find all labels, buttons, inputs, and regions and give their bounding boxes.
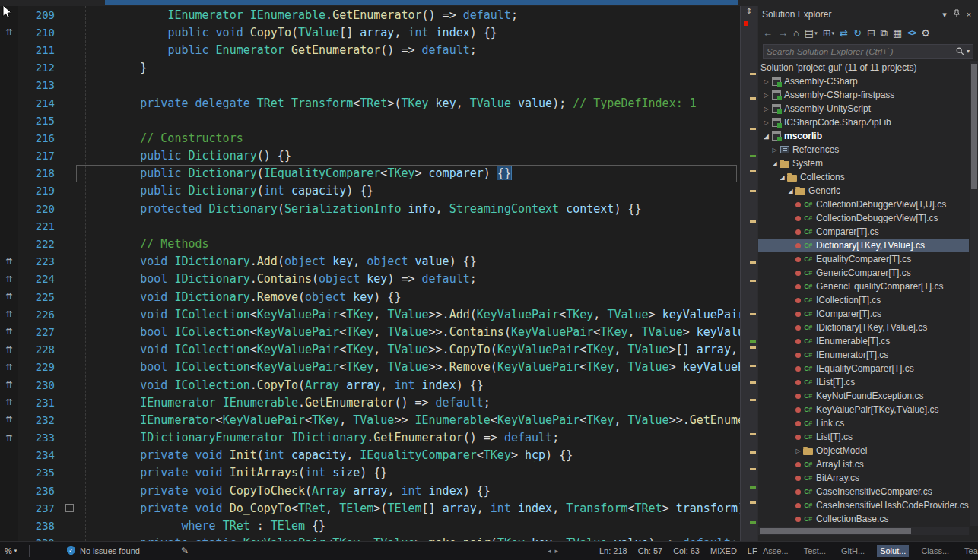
forward-icon[interactable]: → bbox=[778, 28, 788, 38]
switch-views-icon[interactable]: ▤▾ bbox=[805, 28, 818, 38]
code-line[interactable]: 235 private void InitArrays(int size) {} bbox=[0, 464, 740, 482]
code-line[interactable]: 239 private static KeyValuePair<TKey, TV… bbox=[0, 535, 740, 541]
tree-item[interactable]: C#Dictionary[TKey,TValue].cs bbox=[758, 239, 969, 252]
code-line[interactable]: 209 IEnumerator IEnumerable.GetEnumerato… bbox=[0, 6, 740, 24]
implements-arrow-icon[interactable]: ⇈ bbox=[0, 305, 18, 323]
tree-item[interactable]: C#IComparer[T].cs bbox=[758, 307, 969, 321]
code-line[interactable]: ⇈226 void ICollection<KeyValuePair<TKey,… bbox=[0, 305, 740, 323]
glyph-margin[interactable] bbox=[0, 41, 18, 59]
implements-arrow-icon[interactable]: ⇈ bbox=[0, 376, 18, 394]
expander-open-icon[interactable]: ◢ bbox=[770, 160, 779, 167]
code-line[interactable]: ⇈228 void ICollection<KeyValuePair<TKey,… bbox=[0, 341, 740, 359]
tree-vertical-scrollbar[interactable] bbox=[970, 61, 978, 526]
expander-open-icon[interactable]: ◢ bbox=[762, 133, 770, 140]
code-line[interactable]: ⇈224 bool IDictionary.Contains(object ke… bbox=[0, 271, 740, 288]
glyph-margin[interactable] bbox=[0, 535, 18, 541]
panel-tab[interactable]: Solut... bbox=[877, 545, 909, 557]
expander-closed-icon[interactable]: ▷ bbox=[762, 119, 770, 126]
glyph-margin[interactable] bbox=[0, 94, 18, 112]
expander-closed-icon[interactable]: ▷ bbox=[762, 106, 770, 112]
code-line[interactable]: 213 bbox=[0, 77, 740, 94]
tree-item[interactable]: Solution 'project-gui' (11 of 11 project… bbox=[758, 61, 969, 74]
tree-item[interactable]: C#CaseInsensitiveComparer.cs bbox=[758, 485, 969, 498]
show-all-files-icon[interactable]: ▦ bbox=[893, 28, 902, 38]
code-line[interactable]: ⇈223 void IDictionary.Add(object key, ob… bbox=[0, 253, 740, 271]
tree-project[interactable]: ▷Assembly-CSharp bbox=[758, 74, 969, 88]
tree-folder[interactable]: ◢Collections bbox=[758, 170, 969, 184]
glyph-margin[interactable] bbox=[0, 499, 18, 517]
editor-scrollbar[interactable]: ⇕ bbox=[740, 6, 757, 541]
glyph-margin[interactable] bbox=[0, 235, 18, 252]
code-line[interactable]: ⇈233 IDictionaryEnumerator IDictionary.G… bbox=[0, 429, 740, 447]
tree-horizontal-scrollbar[interactable] bbox=[758, 527, 969, 535]
refresh-icon[interactable]: ↻ bbox=[853, 28, 862, 38]
line-number[interactable]: 218 bbox=[18, 167, 59, 179]
glyph-margin[interactable] bbox=[0, 517, 18, 534]
tree-item[interactable]: C#Link.cs bbox=[758, 416, 969, 430]
line-number[interactable]: 212 bbox=[18, 62, 59, 74]
line-number[interactable]: 217 bbox=[18, 150, 59, 162]
glyph-margin[interactable] bbox=[0, 482, 18, 499]
code-line[interactable]: ⇈210 public void CopyTo(TValue[] array, … bbox=[0, 24, 740, 41]
scroll-left-icon[interactable]: ◂ bbox=[548, 547, 551, 555]
glyph-margin[interactable] bbox=[0, 77, 18, 94]
glyph-margin[interactable] bbox=[0, 129, 18, 147]
split-editor-handle-icon[interactable]: ⇕ bbox=[741, 6, 757, 16]
line-number[interactable]: 227 bbox=[18, 326, 59, 338]
back-icon[interactable]: ← bbox=[763, 28, 773, 38]
code-line[interactable]: 236 private void CopyToCheck(Array array… bbox=[0, 482, 740, 499]
glyph-margin[interactable] bbox=[0, 165, 18, 182]
expander-closed-icon[interactable]: ▷ bbox=[762, 78, 770, 85]
expander-closed-icon[interactable]: ▷ bbox=[770, 147, 779, 153]
line-number[interactable]: 225 bbox=[18, 291, 59, 303]
code-line[interactable]: 217 public Dictionary() {} bbox=[0, 147, 740, 165]
view-code-icon[interactable]: <> bbox=[907, 29, 916, 37]
implements-arrow-icon[interactable]: ⇈ bbox=[0, 271, 18, 288]
tree-item[interactable]: C#BitArray.cs bbox=[758, 471, 969, 485]
line-number[interactable]: 222 bbox=[18, 238, 59, 250]
code-editor[interactable]: 209 IEnumerator IEnumerable.GetEnumerato… bbox=[0, 6, 740, 541]
sync-with-active-document-icon[interactable]: ⇄ bbox=[840, 28, 848, 38]
tree-project[interactable]: ▷ICSharpCode.SharpZipLib bbox=[758, 115, 969, 129]
expander-open-icon[interactable]: ◢ bbox=[786, 188, 795, 195]
code-line[interactable]: 215 bbox=[0, 112, 740, 129]
expander-closed-icon[interactable]: ▷ bbox=[762, 92, 770, 99]
tree-item[interactable]: C#KeyNotFoundException.cs bbox=[758, 389, 969, 403]
line-number[interactable]: 233 bbox=[18, 432, 59, 444]
implements-arrow-icon[interactable]: ⇈ bbox=[0, 24, 18, 41]
implements-arrow-icon[interactable]: ⇈ bbox=[0, 253, 18, 271]
line-number[interactable]: 236 bbox=[18, 485, 59, 497]
search-box[interactable]: ▾ bbox=[763, 44, 973, 59]
panel-tab[interactable]: Class... bbox=[918, 545, 952, 557]
tree-item[interactable]: C#IEqualityComparer[T].cs bbox=[758, 362, 969, 375]
pin-icon[interactable] bbox=[951, 9, 963, 20]
code-line[interactable]: 214 private delegate TRet Transform<TRet… bbox=[0, 94, 740, 112]
line-number[interactable]: 232 bbox=[18, 414, 59, 426]
glyph-margin[interactable] bbox=[0, 217, 18, 235]
line-number[interactable]: 223 bbox=[18, 255, 59, 267]
tree-item[interactable]: C#CaseInsensitiveHashCodeProvider.cs bbox=[758, 498, 969, 512]
tree-item[interactable]: C#CollectionDebuggerView[T].cs bbox=[758, 211, 969, 225]
tree-project[interactable]: ▷Assembly-CSharp-firstpass bbox=[758, 88, 969, 102]
glyph-margin[interactable] bbox=[0, 147, 18, 165]
tree-item[interactable]: C#IEnumerable[T].cs bbox=[758, 334, 969, 348]
home-icon[interactable]: ⌂ bbox=[793, 28, 799, 38]
line-number[interactable]: 229 bbox=[18, 361, 59, 373]
code-line[interactable]: ⇈225 void IDictionary.Remove(object key)… bbox=[0, 288, 740, 305]
search-input[interactable] bbox=[767, 47, 956, 56]
tree-item[interactable]: C#IList[T].cs bbox=[758, 375, 969, 389]
line-number[interactable]: 209 bbox=[18, 9, 59, 21]
tree-item[interactable]: C#List[T].cs bbox=[758, 430, 969, 444]
code-line[interactable]: 238 where TRet : TElem {} bbox=[0, 517, 740, 534]
search-options-caret-icon[interactable]: ▾ bbox=[967, 48, 970, 55]
tree-item[interactable]: C#EqualityComparer[T].cs bbox=[758, 252, 969, 266]
glyph-margin[interactable] bbox=[0, 200, 18, 217]
glyph-margin[interactable] bbox=[0, 182, 18, 200]
panel-tab[interactable]: Tea... bbox=[961, 545, 978, 557]
tree-item[interactable]: C#CollectionBase.cs bbox=[758, 512, 969, 526]
tree-item[interactable]: C#ICollection[T].cs bbox=[758, 293, 969, 307]
line-number[interactable]: 234 bbox=[18, 449, 59, 461]
tree-project[interactable]: ▷Assembly-UnityScript bbox=[758, 102, 969, 115]
panel-tab[interactable]: Asse... bbox=[760, 545, 792, 557]
tree-folder[interactable]: ▷ObjectModel bbox=[758, 444, 969, 457]
